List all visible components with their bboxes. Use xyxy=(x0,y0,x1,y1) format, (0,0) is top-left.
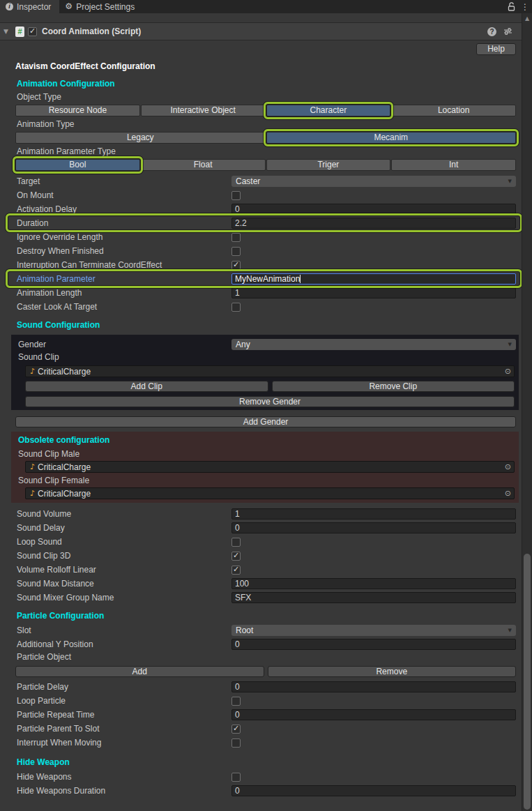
object-picker-icon[interactable]: ⊙ xyxy=(505,367,511,376)
param-type-int-button[interactable]: Int xyxy=(391,159,516,171)
scroll-up-arrow-icon[interactable]: ▲ xyxy=(522,15,532,22)
sound-delay-field[interactable]: 0 xyxy=(231,522,516,533)
destroy-when-finished-checkbox[interactable] xyxy=(231,247,241,256)
gender-dropdown[interactable]: Any ▼ xyxy=(231,339,516,350)
gear-icon: ⚙ xyxy=(65,0,73,13)
activation-delay-field[interactable]: 0 xyxy=(231,204,516,215)
interrupt-when-moving-label: Interrupt When Moving xyxy=(15,738,231,748)
sound-clip-male-field[interactable]: ♪ CriticalCharge ⊙ xyxy=(25,461,515,473)
remove-gender-button[interactable]: Remove Gender xyxy=(25,396,515,407)
audio-note-icon: ♪ xyxy=(30,489,35,498)
interruption-row: Interruption Can Terminate CoordEffect xyxy=(15,259,516,271)
add-clip-button[interactable]: Add Clip xyxy=(25,381,268,392)
additional-y-position-label: Additional Y Position xyxy=(15,639,231,649)
particle-add-button[interactable]: Add xyxy=(15,666,264,677)
editor-tab-bar: i Inspector ⚙ Project Settings ⋮ xyxy=(0,0,532,13)
loop-sound-label: Loop Sound xyxy=(15,537,231,547)
help-button[interactable]: Help xyxy=(476,43,516,55)
tab-project-settings[interactable]: ⚙ Project Settings xyxy=(59,0,143,13)
animation-parameter-field[interactable]: MyNewAnimation xyxy=(231,273,516,285)
sound-volume-label: Sound Volume xyxy=(15,509,231,519)
animation-parameter-type-label: Animation Parameter Type xyxy=(15,146,516,158)
tab-inspector[interactable]: i Inspector xyxy=(0,0,59,13)
param-type-triger-button[interactable]: Triger xyxy=(266,159,391,171)
caster-look-at-target-checkbox[interactable] xyxy=(231,303,241,312)
particle-delay-field[interactable]: 0 xyxy=(231,681,516,692)
volume-rolloff-linear-checkbox[interactable] xyxy=(231,566,241,575)
object-type-character-button[interactable]: Character xyxy=(266,105,391,116)
target-dropdown[interactable]: Caster ▼ xyxy=(231,176,516,187)
animation-parameter-row: Animation Parameter MyNewAnimation xyxy=(15,273,516,285)
inspector-top-strip xyxy=(0,13,532,22)
foldout-arrow-icon[interactable]: ▼ xyxy=(3,28,12,35)
destroy-when-finished-label: Destroy When Finished xyxy=(15,246,231,256)
interruption-label: Interruption Can Terminate CoordEffect xyxy=(15,260,231,270)
volume-rolloff-linear-row: Volume Rolloff Linear xyxy=(15,563,516,576)
add-gender-button[interactable]: Add Gender xyxy=(15,416,516,427)
component-header[interactable]: ▼ # Coord Animation (Script) ? ⋮ xyxy=(0,22,532,40)
component-enabled-checkbox[interactable] xyxy=(28,27,37,36)
particle-parent-to-slot-checkbox[interactable] xyxy=(231,725,241,734)
help-icon[interactable]: ? xyxy=(487,27,496,36)
duration-field[interactable]: 2.2 xyxy=(231,218,516,229)
animation-length-label: Animation Length xyxy=(15,288,231,298)
object-picker-icon[interactable]: ⊙ xyxy=(505,489,511,498)
hide-weapons-duration-field[interactable]: 0 xyxy=(231,785,516,796)
gender-row: Gender Any ▼ xyxy=(17,338,516,351)
object-picker-icon[interactable]: ⊙ xyxy=(505,462,511,471)
particle-remove-button[interactable]: Remove xyxy=(268,666,517,677)
presets-icon[interactable] xyxy=(503,27,512,36)
interrupt-when-moving-checkbox[interactable] xyxy=(231,738,241,748)
param-type-float-button[interactable]: Float xyxy=(141,159,266,171)
object-type-location-button[interactable]: Location xyxy=(391,105,516,116)
sound-delay-label: Sound Delay xyxy=(15,523,231,533)
sound-clip-label: Sound Clip xyxy=(17,352,516,363)
vertical-scrollbar[interactable]: ▲ xyxy=(522,13,532,811)
unlock-icon[interactable] xyxy=(508,2,515,11)
loop-sound-checkbox[interactable] xyxy=(231,538,241,547)
slot-label: Slot xyxy=(15,626,231,635)
particle-delay-label: Particle Delay xyxy=(15,682,231,692)
sound-max-distance-row: Sound Max Distance 100 xyxy=(15,577,516,590)
param-type-bool-button[interactable]: Bool xyxy=(15,159,140,171)
sound-mixer-group-field[interactable]: SFX xyxy=(231,592,516,603)
additional-y-position-field[interactable]: 0 xyxy=(231,639,516,650)
ignore-override-length-row: Ignore Override Length xyxy=(15,231,516,243)
remove-clip-button[interactable]: Remove Clip xyxy=(272,381,515,392)
loop-particle-checkbox[interactable] xyxy=(231,697,241,706)
sound-max-distance-field[interactable]: 100 xyxy=(231,578,516,589)
duration-row: Duration 2.2 xyxy=(15,217,516,229)
hide-weapons-checkbox[interactable] xyxy=(231,773,241,782)
volume-rolloff-linear-label: Volume Rolloff Linear xyxy=(15,565,231,575)
sound-gender-panel: Gender Any ▼ Sound Clip ♪ CriticalCharge… xyxy=(11,335,519,410)
animation-type-legacy-button[interactable]: Legacy xyxy=(15,132,266,144)
particle-configuration-heading: Particle Configuration xyxy=(17,611,516,621)
on-mount-checkbox[interactable] xyxy=(231,191,241,200)
sound-clip-object-field[interactable]: ♪ CriticalCharge ⊙ xyxy=(25,365,515,377)
object-type-label: Object Type xyxy=(15,92,516,103)
object-type-resource-node-button[interactable]: Resource Node xyxy=(15,105,140,116)
window-menu-icon[interactable]: ⋮ xyxy=(521,3,529,11)
dropdown-arrow-icon: ▼ xyxy=(508,626,512,635)
object-type-interactive-object-button[interactable]: Interactive Object xyxy=(141,105,266,116)
sound-clip-3d-checkbox[interactable] xyxy=(231,552,241,561)
interruption-checkbox[interactable] xyxy=(231,261,241,270)
animation-length-field[interactable]: 1 xyxy=(231,287,516,298)
text-caret xyxy=(300,275,301,283)
sound-clip-female-label: Sound Clip Female xyxy=(17,476,516,487)
animation-type-mecanim-button[interactable]: Mecanim xyxy=(266,132,517,144)
ignore-override-length-checkbox[interactable] xyxy=(231,233,241,242)
scrollbar-thumb[interactable] xyxy=(524,554,531,810)
tab-project-settings-label: Project Settings xyxy=(76,2,135,12)
particle-parent-to-slot-label: Particle Parent To Slot xyxy=(15,724,231,734)
sound-volume-field[interactable]: 1 xyxy=(231,508,516,520)
gender-label: Gender xyxy=(17,340,231,349)
sound-clip-female-field[interactable]: ♪ CriticalCharge ⊙ xyxy=(25,487,515,499)
particle-repeat-time-field[interactable]: 0 xyxy=(231,709,516,720)
slot-dropdown[interactable]: Root ▼ xyxy=(231,625,516,636)
script-icon: # xyxy=(15,26,24,37)
animation-length-row: Animation Length 1 xyxy=(15,287,516,299)
sound-configuration-heading: Sound Configuration xyxy=(17,320,516,331)
on-mount-label: On Mount xyxy=(15,190,231,200)
obsolete-configuration-heading: Obsolete configuration xyxy=(18,435,516,446)
